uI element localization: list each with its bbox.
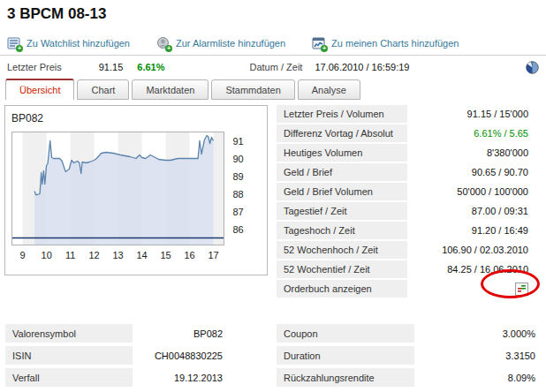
row-label: Rückzahlungsrendite <box>277 368 414 387</box>
tab-bar: Übersicht Chart Marktdaten Stammdaten An… <box>5 79 363 100</box>
svg-text:10: 10 <box>42 250 52 260</box>
orderbook-icon[interactable] <box>515 283 528 296</box>
datetime-value: 17.06.2010 / 16:59:19 <box>315 62 409 72</box>
svg-text:91: 91 <box>233 136 244 147</box>
svg-text:12: 12 <box>89 250 100 260</box>
svg-text:9: 9 <box>20 250 26 260</box>
row-value: 50'000 / 100'000 <box>407 183 541 200</box>
add-to-watchlist-link[interactable]: + Zu Watchlist hinzufügen <box>7 36 130 50</box>
svg-text:88: 88 <box>233 189 244 200</box>
change-percent-value: 6.61% <box>137 62 164 72</box>
table-row: Rückzahlungsrendite 8.09% <box>277 368 541 387</box>
action-links: + Zu Watchlist hinzufügen + Zur Alarmlis… <box>7 36 485 50</box>
table-row: Tagestief / Zeit 87.00 / 09:31 <box>277 202 541 220</box>
divider <box>0 55 546 56</box>
add-to-watchlist-label: Zu Watchlist hinzufügen <box>27 38 130 49</box>
row-label: Coupon <box>277 324 414 343</box>
add-to-alarmlist-link[interactable]: + Zur Alarmliste hinzufügen <box>156 36 285 50</box>
plus-badge-icon: + <box>321 45 328 52</box>
row-label: Verfall <box>5 368 133 387</box>
row-label: Orderbuch anzeigen <box>277 280 407 298</box>
plus-badge-icon: + <box>16 45 23 52</box>
row-value: 6.61% / 5.65 <box>407 124 541 142</box>
page-title: 3 BPCM 08-13 <box>7 5 106 23</box>
row-label: Duration <box>277 346 414 365</box>
row-label: Tageshoch / Zeit <box>277 222 407 239</box>
row-label: Tagestief / Zeit <box>277 202 407 220</box>
instrument-detail-table-right: Coupon 3.000% Duration 3.3150 Rückzahlun… <box>277 324 541 390</box>
row-label: ISIN <box>5 346 133 365</box>
add-to-alarmlist-label: Zur Alarmliste hinzufügen <box>176 38 285 49</box>
row-value: CH0048830225 <box>133 346 228 365</box>
row-value: 8.09% <box>414 368 541 387</box>
table-row: 52 Wochentief / Zeit 84.25 / 16.06.2010 <box>277 260 541 278</box>
chart-symbol-label: BP082 <box>11 112 43 124</box>
svg-text:90: 90 <box>233 154 244 164</box>
svg-text:16: 16 <box>184 250 194 260</box>
tab-chart[interactable]: Chart <box>77 79 129 100</box>
table-row: Duration 3.3150 <box>277 346 541 365</box>
quote-bar: Letzter Preis 91.15 6.61% Datum / Zeit 1… <box>7 58 539 76</box>
row-value: 106.90 / 02.03.2010 <box>407 241 541 259</box>
svg-text:11: 11 <box>65 250 75 260</box>
market-status-icon[interactable] <box>526 61 539 74</box>
row-value: 87.00 / 09:31 <box>407 202 541 220</box>
tab-uebersicht[interactable]: Übersicht <box>5 79 74 100</box>
svg-text:14: 14 <box>137 250 148 260</box>
row-value: 90.65 / 90.70 <box>407 163 541 181</box>
row-label: Valorensymbol <box>5 324 133 343</box>
row-value <box>407 280 541 298</box>
add-to-my-charts-link[interactable]: + Zu meinen Charts hinzufügen <box>312 36 459 50</box>
last-price-label: Letzter Preis <box>7 62 62 72</box>
tab-marktdaten[interactable]: Marktdaten <box>132 79 209 100</box>
row-value: 8'380'000 <box>407 144 541 162</box>
tab-stammdaten[interactable]: Stammdaten <box>211 79 294 100</box>
table-row: Verfall 19.12.2013 <box>5 368 228 387</box>
table-row: Geld / Brief 90.65 / 90.70 <box>277 163 541 181</box>
tab-analyse[interactable]: Analyse <box>298 79 360 100</box>
svg-text:15: 15 <box>161 250 171 260</box>
table-row: Valorensymbol BP082 <box>5 324 228 343</box>
add-to-my-charts-label: Zu meinen Charts hinzufügen <box>331 38 459 49</box>
row-label: Heutiges Volumen <box>277 144 407 162</box>
row-value: 19.12.2013 <box>133 368 228 387</box>
table-row: 52 Wochenhoch / Zeit 106.90 / 02.03.2010 <box>277 241 541 259</box>
row-value: 84.25 / 16.06.2010 <box>407 260 541 278</box>
table-row: ISIN CH0048830225 <box>5 346 228 365</box>
watchlist-add-icon: + <box>7 36 21 50</box>
svg-text:87: 87 <box>233 207 244 217</box>
row-value: BP082 <box>133 324 228 343</box>
intraday-chart-svg: 86878889909191011121314151617 <box>5 106 267 275</box>
plus-badge-icon: + <box>165 45 172 52</box>
row-label: Differenz Vortag / Absolut <box>277 124 407 142</box>
intraday-chart-panel: 86878889909191011121314151617 BP082 <box>4 105 268 275</box>
datetime-label: Datum / Zeit <box>249 62 302 72</box>
table-row: Tageshoch / Zeit 91.20 / 16:49 <box>277 222 541 239</box>
instrument-detail-table-left: Valorensymbol BP082 ISIN CH0048830225 Ve… <box>5 324 228 390</box>
chart-add-icon: + <box>312 36 326 50</box>
alarm-add-icon: + <box>156 36 171 50</box>
instrument-overview-page: 3 BPCM 08-13 + Zu Watchlist hinzufügen <box>0 0 546 392</box>
svg-text:86: 86 <box>233 224 244 235</box>
row-label: Geld / Brief <box>277 163 407 181</box>
row-value: 3.3150 <box>414 346 541 365</box>
svg-text:89: 89 <box>233 171 244 182</box>
orderbook-row: Orderbuch anzeigen <box>277 280 541 298</box>
table-row: Coupon 3.000% <box>277 324 541 343</box>
row-label: Letzter Preis / Volumen <box>277 105 407 123</box>
row-label: Geld / Brief Volumen <box>277 183 407 200</box>
row-value: 91.15 / 15'000 <box>407 105 541 123</box>
table-row: Heutiges Volumen 8'380'000 <box>277 144 541 162</box>
row-label: 52 Wochentief / Zeit <box>277 260 407 278</box>
table-row: Letzter Preis / Volumen 91.15 / 15'000 <box>277 105 541 123</box>
svg-text:13: 13 <box>113 250 124 260</box>
svg-text:17: 17 <box>208 250 218 260</box>
table-row: Geld / Brief Volumen 50'000 / 100'000 <box>277 183 541 200</box>
row-value: 3.000% <box>414 324 541 343</box>
quote-table: Letzter Preis / Volumen 91.15 / 15'000 D… <box>277 105 541 299</box>
table-row: Differenz Vortag / Absolut 6.61% / 5.65 <box>277 124 541 142</box>
last-price-value: 91.15 <box>99 62 124 72</box>
row-label: 52 Wochenhoch / Zeit <box>277 241 407 259</box>
row-value: 91.20 / 16:49 <box>407 222 541 239</box>
